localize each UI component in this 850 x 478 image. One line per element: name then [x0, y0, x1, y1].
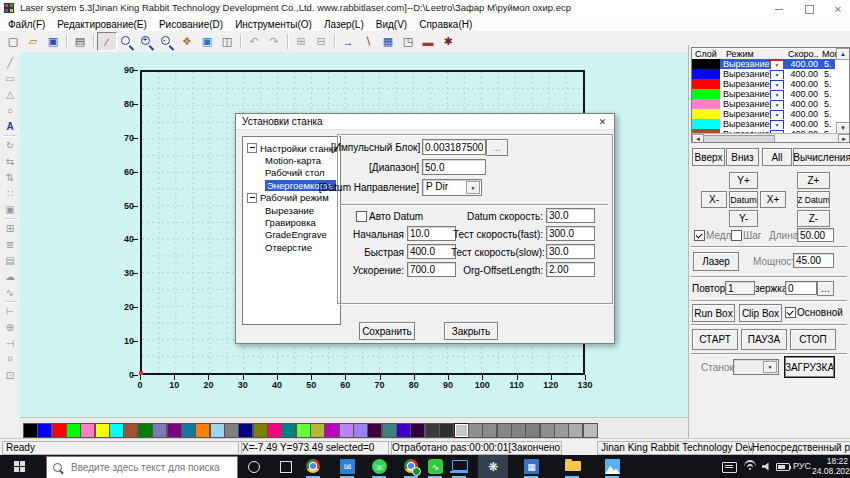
jog-z-plus-button[interactable]: Z+ [797, 172, 830, 189]
h-scroll-thumb[interactable] [703, 135, 775, 144]
whatsapp-icon[interactable]: ☏ [372, 459, 387, 474]
machine-dropdown[interactable]: ▼ [733, 359, 779, 375]
ellipse-tool-icon[interactable]: ○ [2, 102, 19, 118]
tree-item-4[interactable]: Рабочий режим [243, 192, 340, 204]
test-fast-field[interactable] [546, 226, 595, 241]
length-field[interactable] [797, 228, 834, 242]
distribute-icon[interactable]: ⌗ [2, 351, 19, 367]
color-swatch[interactable] [583, 423, 598, 438]
datum-speed-field[interactable] [546, 208, 595, 223]
tree-item-label[interactable]: Рабочий режим [260, 192, 329, 203]
color-swatch[interactable] [181, 423, 196, 438]
color-swatch[interactable] [167, 423, 182, 438]
menu-item-2[interactable]: Рисование(D) [153, 19, 229, 30]
language-indicator[interactable]: РУС [793, 461, 811, 471]
monitor-icon[interactable]: ▣ [197, 32, 217, 51]
color-swatch[interactable] [382, 423, 397, 438]
color-swatch[interactable] [396, 423, 411, 438]
dialog-close-icon[interactable]: ✕ [595, 116, 610, 128]
color-swatch[interactable] [152, 423, 167, 438]
pulse-more-button[interactable]: ... [486, 139, 508, 156]
ruler-icon[interactable]: ▬ [418, 32, 438, 51]
layer-row[interactable]: Вырезание▼400.005. [692, 59, 835, 69]
color-swatch[interactable] [540, 423, 555, 438]
tree-item-label[interactable]: GradeEngrave [265, 229, 327, 240]
slow-checkbox[interactable] [694, 230, 705, 241]
layer-down-button[interactable]: Вниз [726, 148, 759, 166]
z-datum-button[interactable]: Z Datum [797, 191, 830, 208]
search-input[interactable] [69, 461, 233, 474]
chevron-down-icon[interactable]: ▼ [466, 181, 480, 194]
scroll-right-icon[interactable]: ► [838, 134, 850, 143]
color-swatch[interactable] [109, 423, 124, 438]
run-box-button[interactable]: Run Box [692, 304, 735, 322]
save-button[interactable]: Сохранить [359, 322, 415, 340]
layer-row[interactable]: Вырезание▼400.005. [692, 99, 835, 109]
chrome-profile-icon[interactable] [404, 459, 418, 473]
tree-item-label[interactable]: Вырезание [265, 205, 314, 216]
brush-icon[interactable]: ∕ [97, 32, 117, 51]
mirror-h-tool-icon[interactable]: ⇆ [2, 153, 19, 169]
stack-tool-icon[interactable]: ≣ [2, 236, 19, 252]
power-field[interactable] [793, 253, 834, 268]
color-swatch[interactable] [497, 423, 512, 438]
save-icon[interactable]: ▣ [43, 32, 63, 51]
tree-item-label[interactable]: Motion-карта [265, 155, 321, 166]
layer-row[interactable]: Вырезание▼400.005. [692, 69, 835, 79]
tree-item-1[interactable]: Motion-карта [243, 154, 340, 166]
curve-tool-icon[interactable]: ∿ [2, 284, 19, 300]
jog-z-minus-button[interactable]: Z- [797, 210, 830, 227]
align-right-icon[interactable]: ⊣ [2, 335, 19, 351]
test-slow-field[interactable] [546, 244, 595, 259]
color-swatch[interactable] [195, 423, 210, 438]
color-swatch[interactable] [37, 423, 52, 438]
laser-button[interactable]: Лазер [693, 252, 739, 271]
accel-field[interactable] [407, 262, 456, 277]
battery-icon[interactable] [776, 463, 790, 471]
clock[interactable]: 18:22 24.08.2021 [812, 457, 848, 476]
color-swatch[interactable] [123, 423, 138, 438]
close-button[interactable]: ✕ [830, 4, 846, 14]
maximize-button[interactable] [801, 4, 817, 14]
tree-item-7[interactable]: GradeEngrave [243, 229, 340, 241]
repeat-field[interactable] [725, 281, 755, 295]
layer-mode-dropdown-icon[interactable]: ▼ [770, 70, 784, 80]
taskbar-search[interactable] [46, 456, 238, 478]
delay-field[interactable] [785, 281, 817, 295]
text-tool-icon[interactable]: A [2, 118, 19, 134]
wifi-icon[interactable] [744, 460, 757, 471]
org-offset-field[interactable] [546, 262, 595, 277]
tree-item-label[interactable]: Рабочий стол [265, 167, 325, 178]
menu-item-3[interactable]: Инструменты(O) [229, 19, 318, 30]
open-icon[interactable]: ▱ [23, 32, 43, 51]
layer-row[interactable]: Вырезание▼400.005. [692, 109, 835, 119]
tree-item-0[interactable]: Настройки станка [243, 142, 340, 154]
color-swatch[interactable] [568, 423, 583, 438]
pan-icon[interactable]: ❖ [177, 32, 197, 51]
zoom-out-icon[interactable]: - [157, 32, 177, 51]
color-swatch[interactable] [296, 423, 311, 438]
rectangle-tool-icon[interactable]: ▭ [2, 70, 19, 86]
color-swatch[interactable] [281, 423, 296, 438]
tree-item-6[interactable]: Гравировка [243, 216, 340, 228]
color-swatch[interactable] [353, 423, 368, 438]
task-view-icon[interactable] [280, 461, 292, 473]
new-icon[interactable]: ▢ [3, 32, 23, 51]
cloud-tool-icon[interactable]: ☁ [2, 268, 19, 284]
group-icon[interactable]: ⊞ [291, 32, 311, 51]
step-checkbox[interactable] [731, 230, 742, 241]
menu-item-4[interactable]: Лазер(L) [318, 19, 370, 30]
color-swatch[interactable] [80, 423, 95, 438]
color-swatch[interactable] [324, 423, 339, 438]
datum-dir-dropdown[interactable]: P Dir ▼ [422, 179, 482, 196]
calculator-icon[interactable]: ▦ [524, 459, 539, 474]
calculate-button[interactable]: Вычисления [793, 148, 850, 166]
simulate-icon[interactable]: ✱ [438, 32, 458, 51]
chrome-icon[interactable] [306, 459, 320, 473]
center-page-icon[interactable]: ⊡ [2, 367, 19, 383]
color-swatch[interactable] [310, 423, 325, 438]
color-swatch[interactable] [425, 423, 440, 438]
h-scrollbar[interactable]: ◄ ► [692, 133, 848, 143]
stop-button[interactable]: СТОП [790, 329, 836, 350]
delay-more-button[interactable]: ... [817, 281, 834, 296]
